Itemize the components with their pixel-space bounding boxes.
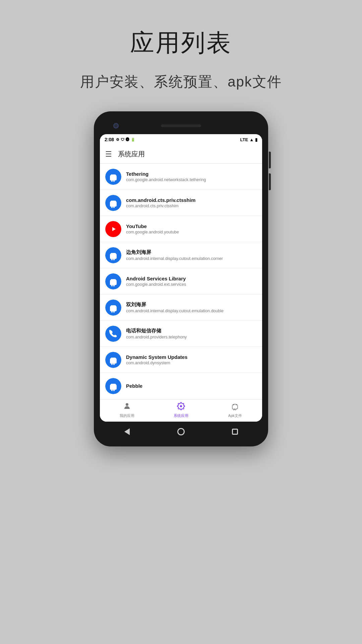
app-name: 电话和短信存储 xyxy=(126,328,257,334)
app-info: Tethering com.google.android.networkstac… xyxy=(126,171,257,182)
app-package: com.android.cts.priv.ctsshim xyxy=(126,204,257,208)
shield-icon: 🛡 xyxy=(121,138,124,142)
list-item[interactable]: 电话和短信存储 com.android.providers.telephony xyxy=(100,321,262,347)
speaker xyxy=(161,124,201,127)
app-icon-android-services xyxy=(105,273,121,289)
app-icon-telephony xyxy=(105,326,121,342)
home-button[interactable] xyxy=(175,426,187,438)
app-package: com.google.android.youtube xyxy=(126,230,257,234)
app-list: Tethering com.google.android.networkstac… xyxy=(100,164,262,399)
person-icon xyxy=(123,402,131,412)
app-name: com.android.cts.priv.ctsshim xyxy=(126,197,257,203)
app-name: YouTube xyxy=(126,223,257,229)
app-info: Pebble xyxy=(126,383,257,389)
list-item[interactable]: Android Services Library com.google.andr… xyxy=(100,268,262,294)
app-package: com.google.android.networkstack.tetherin… xyxy=(126,177,257,182)
phone-nav-bar xyxy=(100,422,262,440)
page-title: 应用列表 xyxy=(80,27,282,59)
app-name: Tethering xyxy=(126,171,257,177)
app-icon-youtube xyxy=(105,221,121,237)
app-name: Android Services Library xyxy=(126,276,257,281)
app-icon-dynsystem xyxy=(105,352,121,368)
list-item[interactable]: Pebble xyxy=(100,373,262,399)
volume-down-button xyxy=(269,173,271,190)
list-item[interactable]: YouTube com.google.android.youtube xyxy=(100,216,262,242)
app-info: 双刘海屏 com.android.internal.display.cutout… xyxy=(126,302,257,313)
app-package: com.android.internal.display.cutout.emul… xyxy=(126,256,257,261)
app-icon-pebble xyxy=(105,378,121,394)
list-item[interactable]: com.android.cts.priv.ctsshim com.android… xyxy=(100,190,262,216)
page-subtitle: 用户安装、系统预置、apk文件 xyxy=(80,72,282,91)
app-header-title: 系统应用 xyxy=(118,150,145,159)
nav-item-system-apps[interactable]: 系统应用 xyxy=(168,402,194,418)
app-header: ☰ 系统应用 xyxy=(100,145,262,164)
home-circle-icon xyxy=(177,428,185,435)
app-package: com.android.providers.telephony xyxy=(126,335,257,339)
hamburger-icon[interactable]: ☰ xyxy=(105,151,112,158)
vpn-icon: 🅐 xyxy=(126,138,129,142)
battery-saver-icon: 🔋 xyxy=(131,138,135,142)
list-item[interactable]: 双刘海屏 com.android.internal.display.cutout… xyxy=(100,294,262,321)
phone-screen: 2:08 ⚙ 🛡 🅐 🔋 LTE ▲ ▮ ☰ 系统应用 xyxy=(100,134,262,422)
app-name: 边角刘海屏 xyxy=(126,249,257,256)
settings-icon: ⚙ xyxy=(116,138,119,142)
app-icon-double-cutout xyxy=(105,300,121,316)
status-left: 2:08 ⚙ 🛡 🅐 🔋 xyxy=(105,137,135,142)
app-package: com.android.internal.display.cutout.emul… xyxy=(126,309,257,313)
recents-button[interactable] xyxy=(229,426,241,438)
status-time: 2:08 xyxy=(105,137,114,142)
front-camera xyxy=(113,123,119,128)
recent-square-icon xyxy=(232,429,238,435)
app-icon-corner xyxy=(105,247,121,263)
battery-icon: ▮ xyxy=(255,137,257,142)
back-button[interactable] xyxy=(121,426,133,438)
nav-item-my-apps[interactable]: 我的应用 xyxy=(114,402,140,418)
app-info: 边角刘海屏 com.android.internal.display.cutou… xyxy=(126,249,257,261)
nav-label-apk: Apk文件 xyxy=(228,413,242,418)
app-package: com.google.android.ext.services xyxy=(126,282,257,287)
nav-label-system-apps: 系统应用 xyxy=(174,413,188,418)
page-header: 应用列表 用户安装、系统预置、apk文件 xyxy=(80,27,282,91)
gear-icon xyxy=(177,402,185,412)
app-info: Android Services Library com.google.andr… xyxy=(126,276,257,287)
app-info: com.android.cts.priv.ctsshim com.android… xyxy=(126,197,257,208)
app-package: com.android.dynsystem xyxy=(126,361,257,365)
back-triangle-icon xyxy=(124,428,130,435)
app-info: Dynamic System Updates com.android.dynsy… xyxy=(126,354,257,365)
app-info: YouTube com.google.android.youtube xyxy=(126,223,257,234)
list-item[interactable]: Tethering com.google.android.networkstac… xyxy=(100,164,262,190)
nav-item-apk[interactable]: Apk文件 xyxy=(222,402,248,418)
svg-point-16 xyxy=(126,403,128,406)
app-name: Dynamic System Updates xyxy=(126,354,257,360)
app-icon-ctsshim xyxy=(105,195,121,211)
phone-top-bar xyxy=(100,117,262,134)
nav-label-my-apps: 我的应用 xyxy=(120,413,134,418)
android-icon xyxy=(231,402,239,412)
app-icon-tethering xyxy=(105,169,121,185)
phone-frame: 2:08 ⚙ 🛡 🅐 🔋 LTE ▲ ▮ ☰ 系统应用 xyxy=(94,111,268,446)
app-name: Pebble xyxy=(126,383,257,389)
bottom-nav: 我的应用 系统应用 A xyxy=(100,399,262,422)
status-icons: ⚙ 🛡 🅐 🔋 xyxy=(116,138,135,142)
volume-up-button xyxy=(269,152,271,168)
status-right: LTE ▲ ▮ xyxy=(240,137,257,142)
app-info: 电话和短信存储 com.android.providers.telephony xyxy=(126,328,257,339)
list-item[interactable]: 边角刘海屏 com.android.internal.display.cutou… xyxy=(100,242,262,268)
status-bar: 2:08 ⚙ 🛡 🅐 🔋 LTE ▲ ▮ xyxy=(100,134,262,145)
app-name: 双刘海屏 xyxy=(126,302,257,308)
list-item[interactable]: Dynamic System Updates com.android.dynsy… xyxy=(100,347,262,373)
network-type: LTE xyxy=(240,137,248,142)
signal-icon: ▲ xyxy=(249,137,254,142)
